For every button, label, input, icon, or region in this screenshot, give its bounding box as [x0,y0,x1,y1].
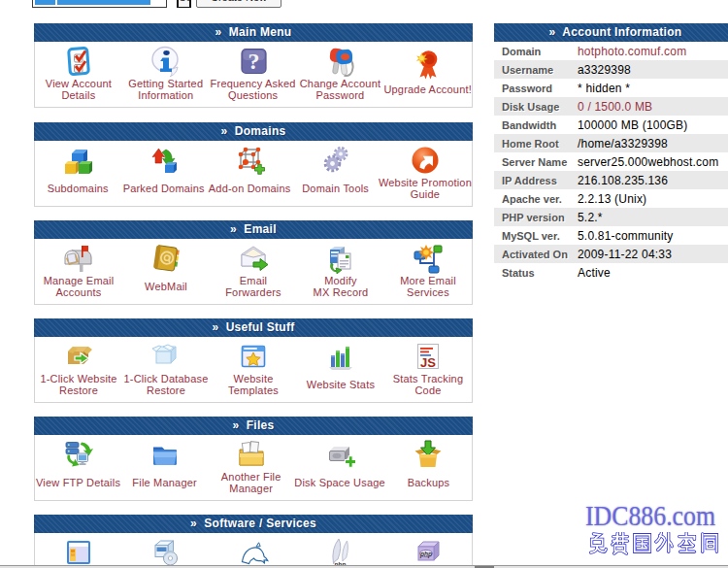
svg-text:JS: JS [420,355,436,370]
svg-text:?: ? [248,49,259,74]
svg-text:php: php [419,551,432,558]
